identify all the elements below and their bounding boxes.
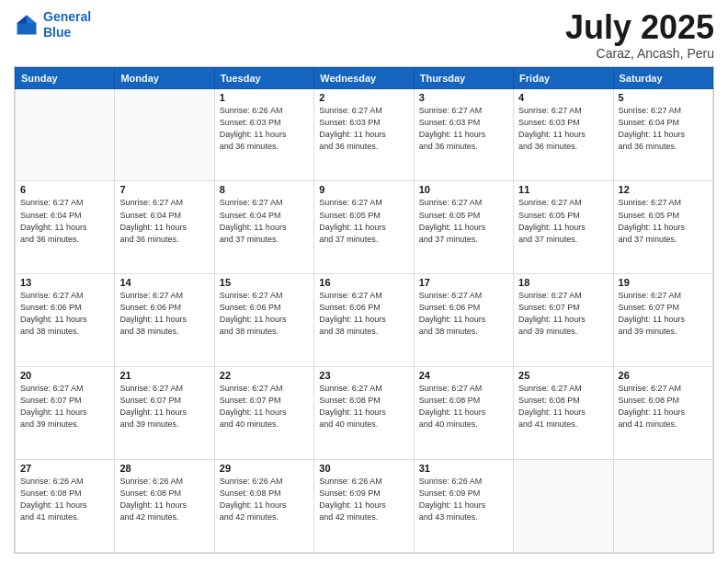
day-number: 6 — [20, 184, 109, 195]
day-info: Sunrise: 6:27 AMSunset: 6:08 PMDaylight:… — [619, 383, 708, 431]
calendar: SundayMondayTuesdayWednesdayThursdayFrid… — [14, 66, 714, 554]
day-number: 25 — [518, 370, 608, 381]
day-info: Sunrise: 6:27 AMSunset: 6:04 PMDaylight:… — [119, 197, 209, 245]
svg-marker-1 — [27, 15, 37, 23]
col-header-sunday: Sunday — [16, 67, 115, 88]
calendar-cell: 16Sunrise: 6:27 AMSunset: 6:06 PMDayligh… — [314, 274, 414, 367]
calendar-cell: 28Sunrise: 6:26 AMSunset: 6:08 PMDayligh… — [115, 460, 214, 553]
day-number: 11 — [518, 184, 608, 195]
day-number: 9 — [319, 184, 408, 195]
day-number: 26 — [619, 370, 708, 381]
day-info: Sunrise: 6:27 AMSunset: 6:04 PMDaylight:… — [220, 197, 309, 245]
calendar-cell — [514, 460, 613, 553]
logo: General Blue — [14, 9, 91, 40]
day-number: 2 — [319, 92, 408, 103]
title-block: July 2025 Caraz, Ancash, Peru — [565, 9, 714, 61]
calendar-cell: 27Sunrise: 6:26 AMSunset: 6:08 PMDayligh… — [16, 460, 115, 553]
day-info: Sunrise: 6:27 AMSunset: 6:06 PMDaylight:… — [319, 290, 408, 338]
subtitle: Caraz, Ancash, Peru — [565, 46, 714, 61]
col-header-thursday: Thursday — [414, 67, 513, 88]
calendar-cell: 5Sunrise: 6:27 AMSunset: 6:04 PMDaylight… — [613, 88, 712, 181]
day-number: 12 — [619, 184, 708, 195]
day-number: 31 — [419, 463, 508, 474]
day-number: 15 — [220, 277, 309, 288]
logo-text: General Blue — [43, 9, 91, 40]
day-info: Sunrise: 6:27 AMSunset: 6:06 PMDaylight:… — [220, 290, 309, 338]
col-header-wednesday: Wednesday — [314, 67, 414, 88]
calendar-cell: 25Sunrise: 6:27 AMSunset: 6:08 PMDayligh… — [514, 367, 613, 460]
day-info: Sunrise: 6:26 AMSunset: 6:09 PMDaylight:… — [419, 476, 508, 523]
col-header-monday: Monday — [115, 67, 214, 88]
day-info: Sunrise: 6:27 AMSunset: 6:08 PMDaylight:… — [419, 383, 508, 431]
day-info: Sunrise: 6:26 AMSunset: 6:03 PMDaylight:… — [220, 105, 309, 153]
day-info: Sunrise: 6:27 AMSunset: 6:06 PMDaylight:… — [419, 290, 508, 338]
calendar-cell: 18Sunrise: 6:27 AMSunset: 6:07 PMDayligh… — [514, 274, 613, 367]
calendar-cell: 9Sunrise: 6:27 AMSunset: 6:05 PMDaylight… — [314, 181, 414, 274]
day-info: Sunrise: 6:27 AMSunset: 6:05 PMDaylight:… — [619, 197, 708, 245]
day-number: 19 — [619, 277, 708, 288]
calendar-cell: 10Sunrise: 6:27 AMSunset: 6:05 PMDayligh… — [414, 181, 513, 274]
calendar-week-1: 1Sunrise: 6:26 AMSunset: 6:03 PMDaylight… — [16, 88, 713, 181]
day-info: Sunrise: 6:27 AMSunset: 6:06 PMDaylight:… — [20, 290, 109, 338]
day-info: Sunrise: 6:27 AMSunset: 6:04 PMDaylight:… — [20, 197, 109, 245]
calendar-cell: 26Sunrise: 6:27 AMSunset: 6:08 PMDayligh… — [613, 367, 712, 460]
calendar-table: SundayMondayTuesdayWednesdayThursdayFrid… — [15, 67, 713, 553]
logo-general: General — [43, 9, 91, 24]
calendar-cell: 14Sunrise: 6:27 AMSunset: 6:06 PMDayligh… — [115, 274, 214, 367]
day-number: 7 — [119, 184, 209, 195]
calendar-body: 1Sunrise: 6:26 AMSunset: 6:03 PMDaylight… — [16, 88, 713, 552]
day-number: 21 — [119, 370, 209, 381]
day-number: 22 — [220, 370, 309, 381]
calendar-cell — [613, 460, 712, 553]
calendar-cell: 2Sunrise: 6:27 AMSunset: 6:03 PMDaylight… — [314, 88, 414, 181]
day-number: 30 — [319, 463, 408, 474]
calendar-cell: 20Sunrise: 6:27 AMSunset: 6:07 PMDayligh… — [16, 367, 115, 460]
day-info: Sunrise: 6:27 AMSunset: 6:07 PMDaylight:… — [119, 383, 209, 431]
calendar-cell: 21Sunrise: 6:27 AMSunset: 6:07 PMDayligh… — [115, 367, 214, 460]
day-info: Sunrise: 6:27 AMSunset: 6:03 PMDaylight:… — [419, 105, 508, 153]
calendar-cell: 4Sunrise: 6:27 AMSunset: 6:03 PMDaylight… — [514, 88, 613, 181]
day-number: 16 — [319, 277, 408, 288]
calendar-cell: 15Sunrise: 6:27 AMSunset: 6:06 PMDayligh… — [214, 274, 313, 367]
day-number: 5 — [619, 92, 708, 103]
day-info: Sunrise: 6:27 AMSunset: 6:07 PMDaylight:… — [20, 383, 109, 431]
calendar-cell: 7Sunrise: 6:27 AMSunset: 6:04 PMDaylight… — [115, 181, 214, 274]
day-info: Sunrise: 6:27 AMSunset: 6:05 PMDaylight:… — [419, 197, 508, 245]
col-header-friday: Friday — [514, 67, 613, 88]
day-number: 29 — [220, 463, 309, 474]
day-info: Sunrise: 6:26 AMSunset: 6:08 PMDaylight:… — [220, 476, 309, 523]
calendar-cell: 13Sunrise: 6:27 AMSunset: 6:06 PMDayligh… — [16, 274, 115, 367]
day-number: 1 — [220, 92, 309, 103]
day-info: Sunrise: 6:27 AMSunset: 6:07 PMDaylight:… — [220, 383, 309, 431]
calendar-week-3: 13Sunrise: 6:27 AMSunset: 6:06 PMDayligh… — [16, 274, 713, 367]
calendar-cell: 22Sunrise: 6:27 AMSunset: 6:07 PMDayligh… — [214, 367, 313, 460]
calendar-week-2: 6Sunrise: 6:27 AMSunset: 6:04 PMDaylight… — [16, 181, 713, 274]
day-info: Sunrise: 6:27 AMSunset: 6:07 PMDaylight:… — [518, 290, 608, 338]
calendar-cell — [16, 88, 115, 181]
calendar-cell: 3Sunrise: 6:27 AMSunset: 6:03 PMDaylight… — [414, 88, 513, 181]
calendar-cell: 31Sunrise: 6:26 AMSunset: 6:09 PMDayligh… — [414, 460, 513, 553]
col-header-saturday: Saturday — [613, 67, 712, 88]
day-info: Sunrise: 6:26 AMSunset: 6:08 PMDaylight:… — [119, 476, 209, 523]
day-info: Sunrise: 6:26 AMSunset: 6:08 PMDaylight:… — [20, 476, 109, 523]
day-info: Sunrise: 6:26 AMSunset: 6:09 PMDaylight:… — [319, 476, 408, 523]
day-info: Sunrise: 6:27 AMSunset: 6:05 PMDaylight:… — [518, 197, 608, 245]
calendar-header-row: SundayMondayTuesdayWednesdayThursdayFrid… — [16, 67, 713, 88]
day-number: 23 — [319, 370, 408, 381]
day-info: Sunrise: 6:27 AMSunset: 6:03 PMDaylight:… — [518, 105, 608, 153]
day-number: 3 — [419, 92, 508, 103]
day-number: 10 — [419, 184, 508, 195]
day-info: Sunrise: 6:27 AMSunset: 6:05 PMDaylight:… — [319, 197, 408, 245]
day-number: 4 — [518, 92, 608, 103]
calendar-cell: 12Sunrise: 6:27 AMSunset: 6:05 PMDayligh… — [613, 181, 712, 274]
calendar-cell — [115, 88, 214, 181]
calendar-cell: 30Sunrise: 6:26 AMSunset: 6:09 PMDayligh… — [314, 460, 414, 553]
day-number: 28 — [119, 463, 209, 474]
day-info: Sunrise: 6:27 AMSunset: 6:08 PMDaylight:… — [319, 383, 408, 431]
calendar-cell: 6Sunrise: 6:27 AMSunset: 6:04 PMDaylight… — [16, 181, 115, 274]
main-title: July 2025 — [565, 9, 714, 46]
logo-blue: Blue — [43, 25, 71, 40]
page: General Blue July 2025 Caraz, Ancash, Pe… — [0, 0, 728, 563]
day-info: Sunrise: 6:27 AMSunset: 6:07 PMDaylight:… — [619, 290, 708, 338]
day-info: Sunrise: 6:27 AMSunset: 6:03 PMDaylight:… — [319, 105, 408, 153]
